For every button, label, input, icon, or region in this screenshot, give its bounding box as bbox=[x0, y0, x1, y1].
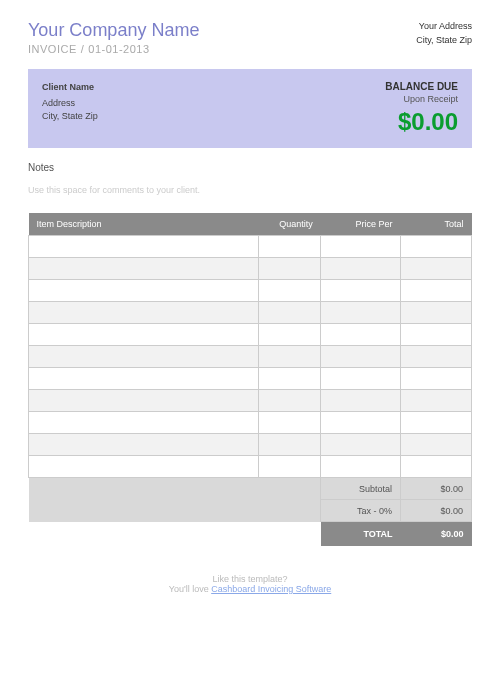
subtotal-value: $0.00 bbox=[401, 478, 472, 500]
balance-due-label: BALANCE DUE bbox=[385, 81, 458, 92]
col-total: Total bbox=[401, 213, 472, 236]
company-block: Your Company Name INVOICE/01-01-2013 bbox=[28, 20, 199, 55]
balance-amount: $0.00 bbox=[385, 108, 458, 136]
invoice-line: INVOICE/01-01-2013 bbox=[28, 43, 199, 55]
table-row bbox=[29, 412, 472, 434]
total-label: TOTAL bbox=[321, 522, 401, 547]
notes-label: Notes bbox=[28, 162, 472, 173]
table-row bbox=[29, 346, 472, 368]
table-header: Item Description Quantity Price Per Tota… bbox=[29, 213, 472, 236]
table-row bbox=[29, 434, 472, 456]
client-address: Address bbox=[42, 97, 98, 111]
footer-line1: Like this template? bbox=[28, 574, 472, 584]
client-info: Client Name Address City, State Zip bbox=[42, 81, 98, 136]
payment-terms: Upon Receipt bbox=[385, 94, 458, 104]
company-name: Your Company Name bbox=[28, 20, 199, 41]
subtotal-label: Subtotal bbox=[321, 478, 401, 500]
invoice-label: INVOICE bbox=[28, 43, 77, 55]
tax-value: $0.00 bbox=[401, 500, 472, 522]
separator: / bbox=[81, 43, 85, 55]
items-table: Item Description Quantity Price Per Tota… bbox=[28, 213, 472, 546]
tax-row: Tax - 0% $0.00 bbox=[29, 500, 472, 522]
footer-link[interactable]: Cashboard Invoicing Software bbox=[211, 584, 331, 594]
table-row bbox=[29, 236, 472, 258]
table-row bbox=[29, 302, 472, 324]
col-price: Price Per bbox=[321, 213, 401, 236]
col-quantity: Quantity bbox=[259, 213, 321, 236]
client-box: Client Name Address City, State Zip BALA… bbox=[28, 69, 472, 148]
footer: Like this template? You'll love Cashboar… bbox=[28, 574, 472, 594]
col-description: Item Description bbox=[29, 213, 259, 236]
client-name: Client Name bbox=[42, 81, 98, 95]
table-body: Subtotal $0.00 Tax - 0% $0.00 TOTAL $0.0… bbox=[29, 236, 472, 547]
table-row bbox=[29, 280, 472, 302]
notes-placeholder: Use this space for comments to your clie… bbox=[28, 185, 472, 195]
table-row bbox=[29, 456, 472, 478]
footer-line2: You'll love Cashboard Invoicing Software bbox=[28, 584, 472, 594]
footer-prefix: You'll love bbox=[169, 584, 211, 594]
address-line1: Your Address bbox=[416, 20, 472, 34]
table-row bbox=[29, 368, 472, 390]
table-row bbox=[29, 258, 472, 280]
tax-label: Tax - 0% bbox=[321, 500, 401, 522]
address-line2: City, State Zip bbox=[416, 34, 472, 48]
balance-block: BALANCE DUE Upon Receipt $0.00 bbox=[385, 81, 458, 136]
header: Your Company Name INVOICE/01-01-2013 You… bbox=[28, 20, 472, 55]
client-city: City, State Zip bbox=[42, 110, 98, 124]
total-value: $0.00 bbox=[401, 522, 472, 547]
table-row bbox=[29, 390, 472, 412]
company-address: Your Address City, State Zip bbox=[416, 20, 472, 55]
total-row: TOTAL $0.00 bbox=[29, 522, 472, 547]
table-row bbox=[29, 324, 472, 346]
subtotal-row: Subtotal $0.00 bbox=[29, 478, 472, 500]
invoice-date: 01-01-2013 bbox=[88, 43, 149, 55]
